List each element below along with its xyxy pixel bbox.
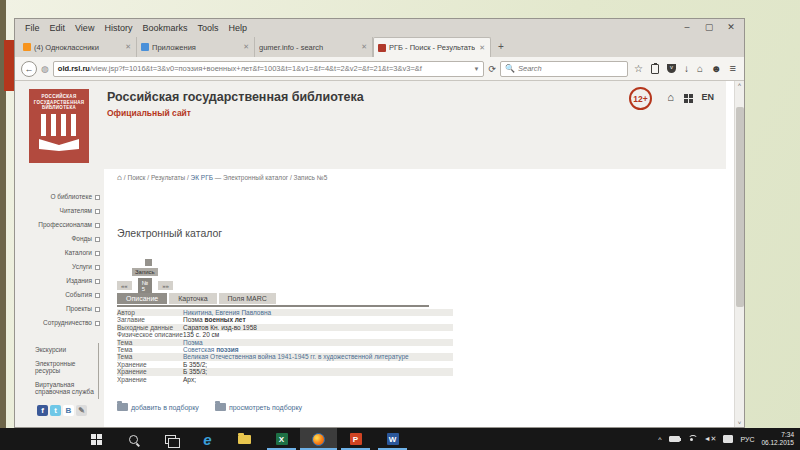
firefox-icon: [312, 433, 325, 446]
browser-tab[interactable]: Приложения✕: [137, 37, 255, 57]
twitter-icon[interactable]: t: [50, 405, 61, 416]
taskbar-explorer[interactable]: [226, 428, 263, 450]
minimize-button[interactable]: –: [676, 19, 698, 36]
facebook-icon[interactable]: f: [37, 405, 48, 416]
action-link[interactable]: просмотреть подборку: [215, 403, 302, 411]
menu-edit[interactable]: Edit: [45, 22, 71, 34]
language-switch[interactable]: EN: [701, 92, 714, 102]
sidebar-item[interactable]: Фонды: [15, 235, 104, 249]
view-tab[interactable]: Поля MARC: [219, 293, 276, 304]
clock[interactable]: 7:34 06.12.2015: [761, 431, 794, 447]
sidebar-folder-icon: [95, 251, 100, 256]
scroll-up-icon[interactable]: ˄: [735, 82, 744, 88]
next-record-button[interactable]: »»: [158, 281, 173, 290]
site-subtitle[interactable]: Официальный сайт: [107, 108, 191, 118]
view-tab[interactable]: Описание: [117, 293, 167, 304]
wifi-icon[interactable]: [687, 435, 697, 443]
site-home-icon[interactable]: ⌂: [667, 91, 674, 103]
tab-close-icon[interactable]: ✕: [242, 43, 250, 51]
toolbar-icons: ☆ v ↓ ⌂ ☻ ≡: [632, 63, 738, 74]
vk-icon[interactable]: В: [63, 405, 74, 416]
reload-button[interactable]: ⟳: [488, 64, 496, 74]
menu-file[interactable]: File: [20, 22, 45, 34]
browser-tab[interactable]: gumer.info - search✕: [255, 37, 373, 57]
sidebar-item[interactable]: О библиотеке: [15, 193, 104, 207]
field-value[interactable]: Никитина, Евгения Павловна: [183, 309, 453, 316]
notifications-icon[interactable]: [723, 435, 733, 443]
prev-record-button[interactable]: ««: [117, 281, 132, 290]
breadcrumb-home-icon[interactable]: ⌂: [117, 173, 122, 182]
menu-tools[interactable]: Tools: [192, 22, 223, 34]
back-button[interactable]: ←: [21, 61, 37, 77]
tab-bar: (4) Одноклассники✕Приложения✕gumer.info …: [15, 36, 744, 57]
language-indicator[interactable]: РУС: [740, 436, 754, 443]
bookmark-star-icon[interactable]: ☆: [634, 64, 643, 74]
sidebar-item-label: Сотрудничество: [43, 319, 92, 326]
explorer-icon: [238, 435, 251, 444]
menu-bookmarks[interactable]: Bookmarks: [137, 22, 192, 34]
maximize-button[interactable]: ▢: [698, 19, 720, 36]
search-input[interactable]: [518, 64, 608, 73]
sidebar-item[interactable]: Виртуальная справочная служба: [35, 378, 99, 399]
scroll-down-icon[interactable]: ˅: [735, 420, 744, 426]
sidebar-item[interactable]: Электронные ресурсы: [35, 357, 99, 378]
sidebar-item[interactable]: Проекты: [15, 305, 104, 319]
search-box[interactable]: 🔍: [500, 61, 628, 77]
field-value[interactable]: Поэма: [183, 339, 453, 346]
avatar-icon[interactable]: ☻: [711, 64, 722, 74]
url-bar[interactable]: old.rsl.ru/view.jsp?f=1016&t=3&v0=поэзия…: [53, 61, 485, 77]
sidebar-item[interactable]: Профессионалам: [15, 221, 104, 235]
hamburger-menu-icon[interactable]: ≡: [730, 63, 736, 74]
speaker-muted-icon[interactable]: ◄✕: [704, 435, 717, 443]
menu-history[interactable]: History: [99, 22, 137, 34]
taskbar-task-view[interactable]: [152, 428, 189, 450]
page-icon: ◍: [41, 64, 49, 74]
sidebar-item[interactable]: События: [15, 291, 104, 305]
pocket-icon[interactable]: v: [667, 64, 676, 73]
taskbar-edge[interactable]: e: [189, 428, 226, 450]
pen-icon[interactable]: ✎: [76, 405, 87, 416]
powerpoint-icon: P: [350, 433, 362, 445]
new-tab-button[interactable]: +: [491, 37, 511, 57]
sidebar-item[interactable]: Сотрудничество: [15, 319, 104, 333]
battery-icon[interactable]: [669, 436, 680, 442]
url-domain: old.rsl.ru: [58, 64, 90, 73]
tab-close-icon[interactable]: ✕: [478, 44, 486, 52]
sidebar-item[interactable]: Читателям: [15, 207, 104, 221]
field-value[interactable]: Советская поэзия: [183, 346, 453, 353]
breadcrumb-link[interactable]: ЭК РГБ: [191, 174, 213, 181]
sidebar-item[interactable]: Издания: [15, 277, 104, 291]
tab-close-icon[interactable]: ✕: [360, 43, 368, 51]
bookmarks-menu-icon[interactable]: [651, 64, 659, 74]
rsl-logo[interactable]: РОССИЙСКАЯ ГОСУДАРСТВЕННАЯ БИБЛИОТЕКА: [29, 89, 89, 163]
tab-label: Приложения: [152, 43, 239, 52]
taskbar-search[interactable]: [115, 428, 152, 450]
tab-close-icon[interactable]: ✕: [124, 43, 132, 51]
table-row: ТемаПоэма: [117, 339, 453, 346]
browser-tab[interactable]: РГБ - Поиск - Результаты...✕: [373, 37, 491, 57]
downloads-icon[interactable]: ↓: [684, 64, 689, 74]
taskbar-powerpoint[interactable]: P: [337, 428, 374, 450]
browser-tab[interactable]: (4) Одноклассники✕: [19, 37, 137, 57]
taskbar-excel[interactable]: X: [263, 428, 300, 450]
menu-help[interactable]: Help: [223, 22, 252, 34]
sidebar-item[interactable]: Экскурсии: [35, 343, 99, 357]
sidebar-item[interactable]: Каталоги: [15, 249, 104, 263]
taskbar-start[interactable]: [78, 428, 115, 450]
site-title: Российская государственная библиотека: [107, 90, 364, 104]
home-icon[interactable]: ⌂: [697, 64, 703, 74]
rsl-icon: [378, 44, 386, 52]
action-link[interactable]: добавить в подборку: [117, 403, 199, 411]
tray-chevron-icon[interactable]: ^: [658, 436, 661, 443]
sidebar-item[interactable]: Услуги: [15, 263, 104, 277]
menu-view[interactable]: View: [70, 22, 99, 34]
taskbar-firefox[interactable]: [300, 428, 337, 450]
taskbar-word[interactable]: W: [374, 428, 411, 450]
scrollbar-thumb[interactable]: [736, 107, 744, 307]
page-scrollbar[interactable]: ˄ ˅: [734, 81, 744, 427]
site-grid-icon[interactable]: [684, 94, 693, 103]
close-button[interactable]: ✕: [720, 19, 742, 36]
field-value[interactable]: Великая Отечественная война 1941-1945 гг…: [183, 353, 453, 360]
view-tab[interactable]: Карточка: [169, 293, 216, 304]
url-dropdown-icon[interactable]: ▼: [472, 66, 480, 72]
